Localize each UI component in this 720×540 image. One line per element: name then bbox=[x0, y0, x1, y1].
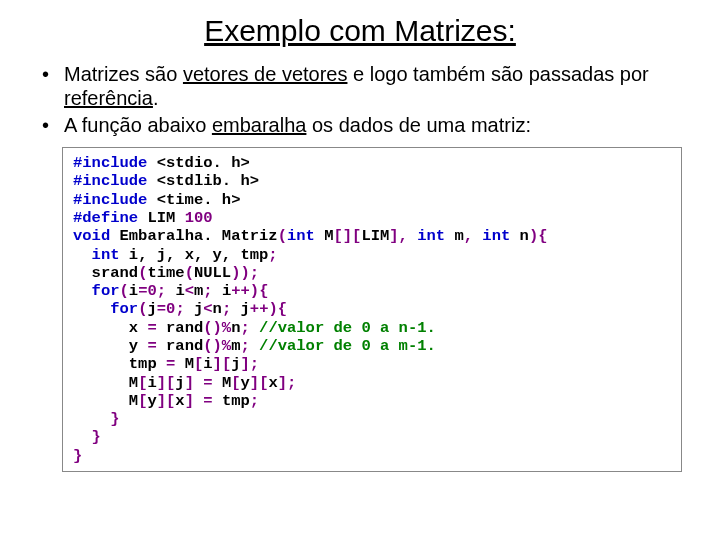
code-indent bbox=[73, 319, 129, 337]
code-op: ; bbox=[157, 282, 166, 300]
code-text: i bbox=[147, 374, 156, 392]
code-text: rand bbox=[166, 319, 203, 337]
code-op: ( bbox=[278, 227, 287, 245]
code-text: x bbox=[268, 374, 277, 392]
code-text: NULL bbox=[194, 264, 231, 282]
underlined-text: embaralha bbox=[212, 114, 307, 136]
code-op: ][ bbox=[157, 392, 176, 410]
code-brace: } bbox=[73, 447, 82, 465]
code-text: M bbox=[129, 392, 138, 410]
code-indent bbox=[73, 300, 110, 318]
code-op: ; bbox=[222, 300, 231, 318]
code-text: j bbox=[231, 355, 240, 373]
code-comment: //valor de 0 a n-1. bbox=[259, 319, 436, 337]
bullet-text: Matrizes são bbox=[64, 63, 183, 85]
code-text: j bbox=[147, 300, 156, 318]
code-brace: } bbox=[73, 428, 101, 446]
bullet-item: Matrizes são vetores de vetores e logo t… bbox=[40, 62, 690, 111]
code-text: <time. h> bbox=[157, 191, 241, 209]
code-op: ++){ bbox=[250, 300, 287, 318]
code-text: M bbox=[185, 355, 194, 373]
code-op: ] bbox=[185, 392, 204, 410]
code-text: m bbox=[194, 282, 203, 300]
code-op: ]; bbox=[241, 355, 260, 373]
code-text: M bbox=[222, 374, 231, 392]
code-text: tmp bbox=[222, 392, 250, 410]
code-keyword: void bbox=[73, 227, 120, 245]
code-op: [ bbox=[231, 374, 240, 392]
code-op: = bbox=[157, 300, 166, 318]
code-text: i bbox=[166, 282, 185, 300]
bullet-list: Matrizes são vetores de vetores e logo t… bbox=[30, 62, 690, 137]
code-text: n bbox=[213, 300, 222, 318]
code-op: ){ bbox=[529, 227, 548, 245]
code-keyword: for bbox=[92, 282, 120, 300]
code-text: Embaralha. Matriz bbox=[120, 227, 278, 245]
code-brace: } bbox=[73, 410, 120, 428]
code-text: time bbox=[147, 264, 184, 282]
code-number: 100 bbox=[185, 209, 213, 227]
code-text: rand bbox=[166, 337, 203, 355]
code-op: ; bbox=[203, 282, 212, 300]
code-indent bbox=[73, 246, 92, 264]
code-op: )); bbox=[231, 264, 259, 282]
code-keyword: int bbox=[482, 227, 519, 245]
code-text: <stdlib. h> bbox=[157, 172, 259, 190]
code-op: ][ bbox=[250, 374, 269, 392]
code-text: LIM bbox=[361, 227, 389, 245]
code-indent bbox=[73, 392, 129, 410]
code-text: x bbox=[175, 392, 184, 410]
code-keyword: #include bbox=[73, 191, 157, 209]
code-text: y bbox=[129, 337, 148, 355]
code-op: ()% bbox=[203, 319, 231, 337]
code-keyword: int bbox=[417, 227, 454, 245]
slide-title: Exemplo com Matrizes: bbox=[30, 14, 690, 48]
code-text: <stdio. h> bbox=[157, 154, 250, 172]
code-op: ( bbox=[185, 264, 194, 282]
code-indent bbox=[73, 355, 129, 373]
code-op: ]; bbox=[278, 374, 297, 392]
code-op: ++){ bbox=[231, 282, 268, 300]
code-text: n bbox=[520, 227, 529, 245]
bullet-item: A função abaixo embaralha os dados de um… bbox=[40, 113, 690, 137]
code-op: ; bbox=[175, 300, 184, 318]
code-keyword: int bbox=[287, 227, 324, 245]
code-text: y bbox=[241, 374, 250, 392]
code-op: , bbox=[464, 227, 483, 245]
code-op: = bbox=[203, 374, 222, 392]
code-text: i bbox=[129, 282, 138, 300]
code-keyword: int bbox=[92, 246, 129, 264]
code-text: M bbox=[129, 374, 138, 392]
code-keyword: #define bbox=[73, 209, 147, 227]
code-op: < bbox=[203, 300, 212, 318]
code-text: j bbox=[185, 300, 204, 318]
code-text: tmp bbox=[129, 355, 166, 373]
bullet-text: os dados de uma matriz: bbox=[306, 114, 531, 136]
bullet-text: e logo também são passadas por bbox=[347, 63, 648, 85]
code-op: = bbox=[147, 319, 166, 337]
code-op: [][ bbox=[334, 227, 362, 245]
code-op: ; bbox=[240, 319, 259, 337]
code-op: = bbox=[147, 337, 166, 355]
code-text: i, j, x, y, tmp bbox=[129, 246, 269, 264]
code-op: [ bbox=[194, 355, 203, 373]
code-indent bbox=[73, 374, 129, 392]
code-number: 0 bbox=[147, 282, 156, 300]
code-op: ( bbox=[120, 282, 129, 300]
code-text: LIM bbox=[147, 209, 184, 227]
code-keyword: #include bbox=[73, 154, 157, 172]
code-text: i bbox=[213, 282, 232, 300]
code-text: y bbox=[147, 392, 156, 410]
code-op: ; bbox=[250, 392, 259, 410]
code-block: #include <stdio. h> #include <stdlib. h>… bbox=[62, 147, 682, 472]
bullet-text: . bbox=[153, 87, 159, 109]
code-op: ()% bbox=[203, 337, 231, 355]
code-op: ][ bbox=[213, 355, 232, 373]
code-indent bbox=[73, 337, 129, 355]
bullet-text: A função abaixo bbox=[64, 114, 212, 136]
code-op: = bbox=[166, 355, 185, 373]
code-op: ][ bbox=[157, 374, 176, 392]
code-indent bbox=[73, 282, 92, 300]
code-op: ; bbox=[268, 246, 277, 264]
code-number: 0 bbox=[166, 300, 175, 318]
